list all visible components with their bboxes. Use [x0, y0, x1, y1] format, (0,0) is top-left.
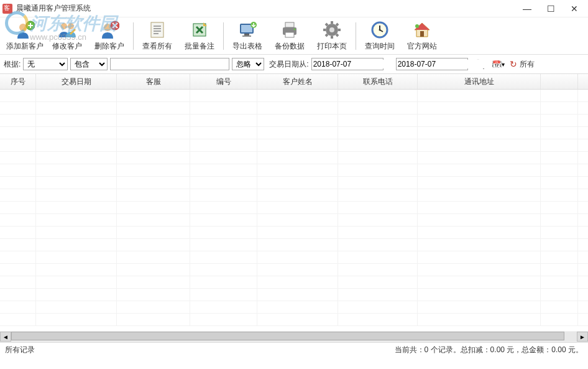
edit-customer-button[interactable]: 修改客户: [46, 19, 88, 54]
status-right: 当前共：0 个记录。总扣减：0.00 元，总金额：0.00 元。: [395, 345, 583, 355]
col-seq[interactable]: 序号: [0, 74, 36, 89]
col-date[interactable]: 交易日期: [36, 74, 117, 89]
export-table-button[interactable]: 导出表格: [226, 19, 269, 54]
app-icon: [2, 4, 12, 14]
excel-export-icon: [190, 20, 209, 40]
window-title: 晨曦通用客户管理系统: [16, 3, 91, 14]
table-row: [0, 139, 588, 152]
scroll-thumb[interactable]: [11, 332, 564, 340]
print-page-button[interactable]: 打印本页: [311, 19, 353, 54]
scroll-track[interactable]: [11, 332, 577, 342]
toolbar-separator: [223, 22, 224, 50]
date-to-input[interactable]: 📅 ▾: [396, 58, 468, 70]
dropdown-icon[interactable]: ▾: [501, 61, 505, 68]
toolbar-separator: [356, 22, 356, 50]
clock-icon: [370, 20, 390, 40]
table-row: [0, 301, 588, 314]
maximize-button[interactable]: ☐: [544, 4, 557, 14]
query-time-button[interactable]: 查询时间: [359, 19, 401, 54]
gear-icon: [322, 20, 342, 40]
delete-user-icon: [99, 20, 119, 40]
filter-value-input[interactable]: [110, 58, 229, 70]
add-user-icon: [15, 20, 35, 40]
table-row: [0, 251, 588, 264]
grid-body[interactable]: [0, 90, 588, 331]
table-row: [0, 127, 588, 139]
table-row: [0, 214, 588, 227]
toolbar: 添加新客户 修改客户 删除客户 查看所有 批量备注 导出表格 备份数据 打印本页…: [0, 17, 588, 55]
basis-label: 根据:: [4, 59, 21, 70]
website-button[interactable]: 官方网站: [401, 19, 443, 54]
monitor-export-icon: [237, 20, 257, 40]
svg-point-4: [104, 24, 111, 31]
document-icon: [147, 20, 167, 40]
grid-header: 序号 交易日期 客服 编号 客户姓名 联系电话 通讯地址: [0, 73, 588, 90]
home-icon: [412, 20, 432, 40]
scroll-right-button[interactable]: ►: [577, 332, 588, 342]
table-row: [0, 239, 588, 251]
window-controls: — ☐ ✕: [521, 4, 586, 14]
table-row: [0, 227, 588, 239]
refresh-icon[interactable]: ↻: [510, 59, 517, 69]
svg-point-17: [294, 29, 296, 30]
status-left: 所有记录: [5, 345, 35, 355]
date-from-input[interactable]: 📅 ▾: [311, 58, 384, 70]
table-row: [0, 276, 588, 289]
edit-user-icon: [57, 20, 77, 40]
svg-rect-6: [151, 22, 163, 37]
ignore-select[interactable]: 忽略: [232, 58, 264, 70]
table-row: [0, 202, 588, 214]
titlebar: 晨曦通用客户管理系统 — ☐ ✕: [0, 0, 588, 17]
col-number[interactable]: 编号: [190, 74, 257, 89]
col-service[interactable]: 客服: [117, 74, 190, 89]
svg-point-22: [379, 29, 381, 31]
table-row: [0, 90, 588, 102]
delete-customer-button[interactable]: 删除客户: [88, 19, 131, 54]
date-from-label: 交易日期从:: [269, 59, 308, 70]
table-row: [0, 102, 588, 114]
table-row: [0, 289, 588, 301]
table-row: [0, 264, 588, 276]
col-phone[interactable]: 联系电话: [338, 74, 418, 89]
table-row: [0, 189, 588, 202]
toolbar-separator: [133, 22, 134, 50]
table-row: [0, 314, 588, 326]
svg-rect-23: [420, 31, 424, 37]
operator-select[interactable]: 包含: [70, 58, 108, 70]
table-row: [0, 177, 588, 189]
backup-data-button[interactable]: 备份数据: [269, 19, 311, 54]
add-customer-button[interactable]: 添加新客户: [4, 19, 46, 54]
col-extra[interactable]: [541, 74, 578, 89]
table-row: [0, 114, 588, 127]
batch-note-button[interactable]: 批量备注: [178, 19, 221, 54]
printer-icon: [280, 20, 300, 40]
calendar-icon[interactable]: 📅: [492, 60, 501, 68]
svg-rect-14: [285, 22, 294, 27]
svg-rect-12: [242, 35, 251, 37]
col-address[interactable]: 通讯地址: [418, 74, 541, 89]
svg-rect-11: [244, 34, 249, 35]
horizontal-scrollbar[interactable]: ◄ ►: [0, 331, 588, 342]
svg-point-19: [329, 27, 334, 32]
table-row: [0, 152, 588, 164]
all-label[interactable]: 所有: [520, 59, 535, 70]
col-name[interactable]: 客户姓名: [257, 74, 338, 89]
svg-point-24: [415, 24, 419, 28]
svg-rect-16: [285, 32, 294, 37]
table-row: [0, 164, 588, 177]
svg-point-3: [68, 23, 74, 29]
field-select[interactable]: 无: [23, 58, 68, 70]
minimize-button[interactable]: —: [521, 4, 533, 14]
data-grid: 序号 交易日期 客服 编号 客户姓名 联系电话 通讯地址 ◄ ►: [0, 73, 588, 342]
scroll-left-button[interactable]: ◄: [0, 332, 11, 342]
svg-point-2: [61, 23, 67, 29]
view-all-button[interactable]: 查看所有: [136, 19, 178, 54]
svg-rect-10: [241, 25, 252, 32]
filter-bar: 根据: 无 包含 忽略 交易日期从: 📅 ▾ 到 📅 ▾ 🔍 搜索 ↻ 所有: [0, 55, 588, 73]
svg-point-0: [19, 24, 27, 31]
close-button[interactable]: ✕: [568, 4, 581, 14]
status-bar: 所有记录 当前共：0 个记录。总扣减：0.00 元，总金额：0.00 元。: [0, 342, 588, 357]
